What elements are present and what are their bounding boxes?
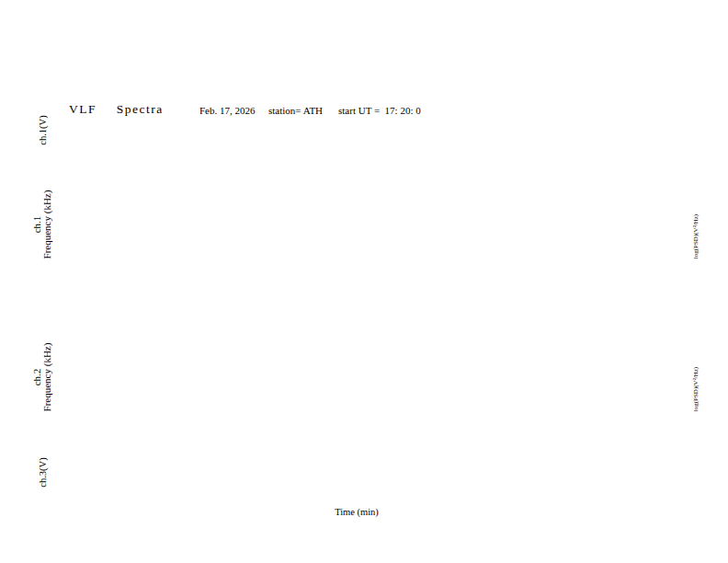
vlf-spectra-figure: VLF Spectra Feb. 17, 2026 station= ATH s… <box>0 0 728 563</box>
tick-labels-layer <box>0 0 728 563</box>
